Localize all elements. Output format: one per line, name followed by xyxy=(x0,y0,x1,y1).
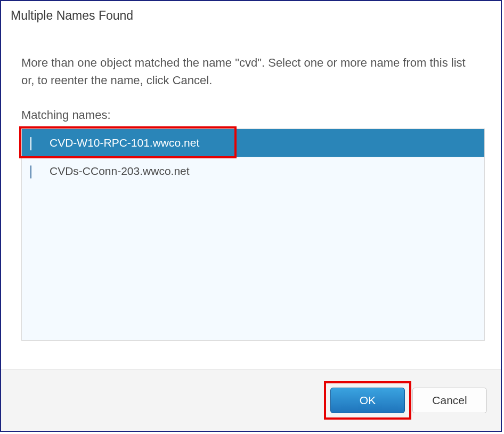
computer-icon xyxy=(30,166,42,176)
ok-button-wrapper: OK xyxy=(330,388,405,413)
matching-names-listbox[interactable]: CVD-W10-RPC-101.wwco.net CVDs-CConn-203.… xyxy=(21,128,485,341)
list-item-label: CVDs-CConn-203.wwco.net xyxy=(50,165,190,178)
title-area: Multiple Names Found xyxy=(1,1,501,23)
computer-icon xyxy=(30,138,42,148)
content-area: More than one object matched the name "c… xyxy=(1,23,501,369)
cancel-button[interactable]: Cancel xyxy=(412,388,487,413)
dialog-title: Multiple Names Found xyxy=(11,9,491,23)
matching-names-label: Matching names: xyxy=(21,108,481,122)
list-item[interactable]: CVDs-CConn-203.wwco.net xyxy=(22,157,484,184)
dialog-window: Multiple Names Found More than one objec… xyxy=(0,0,502,432)
button-bar: OK Cancel xyxy=(1,369,501,431)
listbox-wrapper: CVD-W10-RPC-101.wwco.net CVDs-CConn-203.… xyxy=(21,128,481,341)
instruction-text: More than one object matched the name "c… xyxy=(21,54,481,89)
ok-button[interactable]: OK xyxy=(330,388,405,413)
list-item-label: CVD-W10-RPC-101.wwco.net xyxy=(50,136,199,149)
list-item[interactable]: CVD-W10-RPC-101.wwco.net xyxy=(22,129,484,157)
